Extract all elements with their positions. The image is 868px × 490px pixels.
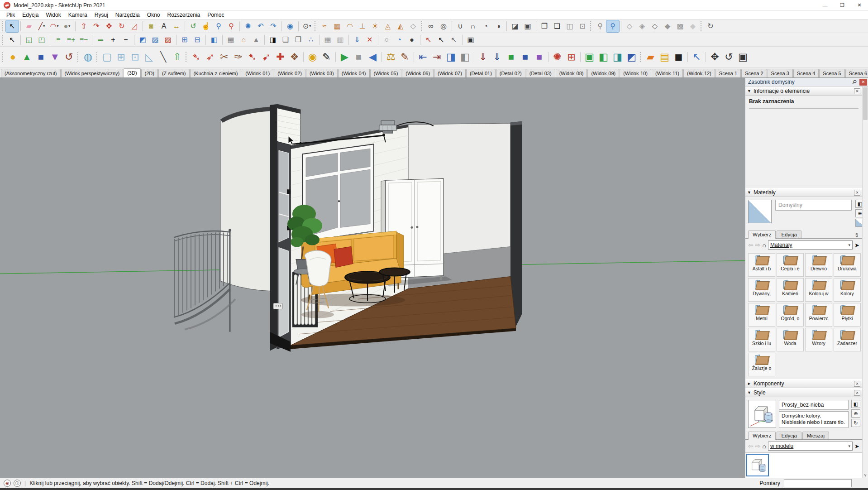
- toolbar-grip[interactable]: [186, 52, 188, 62]
- extension-tool-7-button[interactable]: ✚: [273, 48, 287, 66]
- copy-style-button[interactable]: ❏: [279, 34, 292, 46]
- material-folder[interactable]: Kolory: [834, 278, 861, 302]
- select-add-button[interactable]: ↖: [435, 34, 448, 46]
- move-alt-button[interactable]: ✥: [708, 48, 722, 66]
- menu-rozszerzenia[interactable]: Rozszerzenia: [163, 11, 204, 19]
- tray-close-icon[interactable]: ✕: [859, 79, 867, 86]
- style-monochrome-button[interactable]: ◆: [687, 20, 699, 32]
- spacing-button[interactable]: ═: [94, 34, 107, 46]
- tape-measure-tool[interactable]: ↔: [170, 20, 183, 32]
- select-tool[interactable]: ↖: [6, 20, 19, 32]
- sandbox-stamp-tool[interactable]: ⊥: [356, 20, 369, 32]
- toolbar-grip[interactable]: [2, 52, 5, 62]
- solid-trim-tool[interactable]: ◔: [479, 20, 492, 32]
- measurements-input[interactable]: [784, 479, 852, 487]
- rotate-tool[interactable]: ↻: [115, 20, 128, 32]
- toolbar-grip[interactable]: [421, 21, 423, 31]
- material-folder[interactable]: Szkło i lu: [748, 328, 775, 351]
- layout-columns-button[interactable]: ▥: [334, 34, 347, 46]
- fullscreen-button[interactable]: ▣: [464, 34, 477, 46]
- menu-narzędzia[interactable]: Narzędzia: [112, 11, 143, 19]
- toolbar-grip[interactable]: [315, 21, 317, 31]
- menu-okno[interactable]: Okno: [143, 11, 164, 19]
- follow-me-tool[interactable]: ↷: [90, 20, 103, 32]
- dark-sphere-button[interactable]: ●: [405, 34, 418, 46]
- scene-tab[interactable]: Scena 3: [768, 69, 793, 77]
- cube-navy-button[interactable]: ◩: [625, 48, 639, 66]
- guides-add-button[interactable]: ≡+: [65, 34, 77, 46]
- section-export-button[interactable]: ⇥: [430, 48, 444, 66]
- hatch-red-button[interactable]: ▨: [162, 34, 174, 46]
- forward-arrow-icon[interactable]: ⇨: [755, 442, 761, 450]
- extension-tool-5-button[interactable]: ➷: [245, 48, 259, 66]
- viewport-canvas[interactable]: [0, 78, 745, 478]
- soften-edges-tool[interactable]: ◇: [407, 20, 420, 32]
- guides-remove-button[interactable]: ≡−: [77, 34, 90, 46]
- line-tool[interactable]: ╱▾: [35, 20, 48, 32]
- section-close-icon[interactable]: ✕: [854, 381, 860, 387]
- material-folder[interactable]: Ogród, o: [777, 303, 804, 327]
- section-components-header[interactable]: ► Komponenty ✕: [745, 379, 862, 388]
- api-burst-button[interactable]: ✺: [550, 48, 564, 66]
- style-xray-button[interactable]: ◇: [623, 20, 636, 32]
- material-folder[interactable]: Żaluzje o: [748, 353, 775, 376]
- spacing-remove-button[interactable]: −: [119, 34, 132, 46]
- drop-vertex-button[interactable]: ⇓: [351, 34, 363, 46]
- style-thumbnail-selected[interactable]: [746, 454, 769, 476]
- scene-tab[interactable]: (Widok-12): [683, 69, 715, 77]
- monitor-green-button[interactable]: ▣: [582, 48, 596, 66]
- box-grid-button[interactable]: ⊞: [114, 48, 128, 66]
- select-tool-alt[interactable]: ↖: [6, 34, 19, 46]
- home-icon[interactable]: ⌂: [762, 241, 766, 249]
- water-flask-button[interactable]: ◍: [81, 48, 95, 66]
- position-camera-tool[interactable]: ⊙▾: [300, 20, 313, 32]
- menu-edycja[interactable]: Edycja: [19, 11, 42, 19]
- lock-tray-button[interactable]: ⊡: [576, 20, 589, 32]
- material-folder[interactable]: Drukowa: [834, 253, 861, 277]
- primitive-cylinder-button[interactable]: ●: [6, 48, 20, 66]
- terrain-button[interactable]: ▲: [250, 34, 262, 46]
- scene-tab[interactable]: (Widok-05): [370, 69, 402, 77]
- draw-edit-button[interactable]: ✎: [320, 48, 334, 66]
- scrollbar-down-icon[interactable]: ∨: [863, 473, 868, 477]
- scene-tab[interactable]: (Widok-07): [434, 69, 466, 77]
- show-tray-button[interactable]: ◪: [509, 20, 521, 32]
- scene-tab[interactable]: (Z sufitem): [158, 69, 190, 77]
- extension-tool-3-button[interactable]: ✂: [217, 48, 231, 66]
- grid-red-button[interactable]: ⊞: [564, 48, 578, 66]
- menu-pomoc[interactable]: Pomoc: [204, 11, 228, 19]
- undo-geometry-button[interactable]: ↺: [62, 48, 76, 66]
- style-textured-button[interactable]: ▩: [674, 20, 687, 32]
- zoom-window-tool[interactable]: ⚲: [225, 20, 238, 32]
- tray-settings-button[interactable]: ▣: [521, 20, 534, 32]
- material-folder[interactable]: Metal: [748, 303, 775, 327]
- material-folder[interactable]: Drewno: [805, 253, 832, 277]
- scene-tab[interactable]: (Detal-02): [496, 69, 525, 77]
- scene-tab[interactable]: (Detal-01): [466, 69, 496, 77]
- scene-tab[interactable]: (Widok-06): [402, 69, 434, 77]
- toolbar-grip[interactable]: [77, 52, 80, 62]
- toolbar-grip[interactable]: [701, 21, 703, 31]
- scene-tab[interactable]: (Widok-04): [338, 69, 370, 77]
- toolbar-grip[interactable]: [2, 35, 5, 45]
- scene-tab[interactable]: (2D): [141, 69, 158, 77]
- back-arrow-icon[interactable]: ⇦: [748, 241, 754, 249]
- tab-styles-edit[interactable]: Edycja: [777, 432, 801, 439]
- paste-style-button[interactable]: ❐: [292, 34, 305, 46]
- toolbar-grip[interactable]: [96, 52, 99, 62]
- solid-subtract-tool[interactable]: ∩: [467, 20, 479, 32]
- material-folder[interactable]: Dywany,: [748, 278, 775, 302]
- scene-tab[interactable]: (Widok-02): [274, 69, 305, 77]
- menu-rysuj[interactable]: Rysuj: [91, 11, 112, 19]
- section-close-icon[interactable]: ✕: [854, 390, 860, 396]
- sandbox-from-contours-tool[interactable]: ≈: [318, 20, 331, 32]
- style-description[interactable]: Domyślne kolory. Niebieskie niebo i szar…: [779, 411, 849, 428]
- detail-arrow-icon[interactable]: ➤: [854, 443, 859, 450]
- cursor-blue-button[interactable]: ↖: [690, 48, 704, 66]
- home-icon[interactable]: ⌂: [762, 442, 766, 450]
- play-animation-button[interactable]: ▶: [338, 48, 352, 66]
- flip-diagonal-button[interactable]: ◩: [136, 34, 149, 46]
- tab-styles-select[interactable]: Wybierz: [748, 432, 776, 440]
- detail-arrow-icon[interactable]: ➤: [854, 242, 859, 249]
- rename-tray-button[interactable]: ❏: [551, 20, 563, 32]
